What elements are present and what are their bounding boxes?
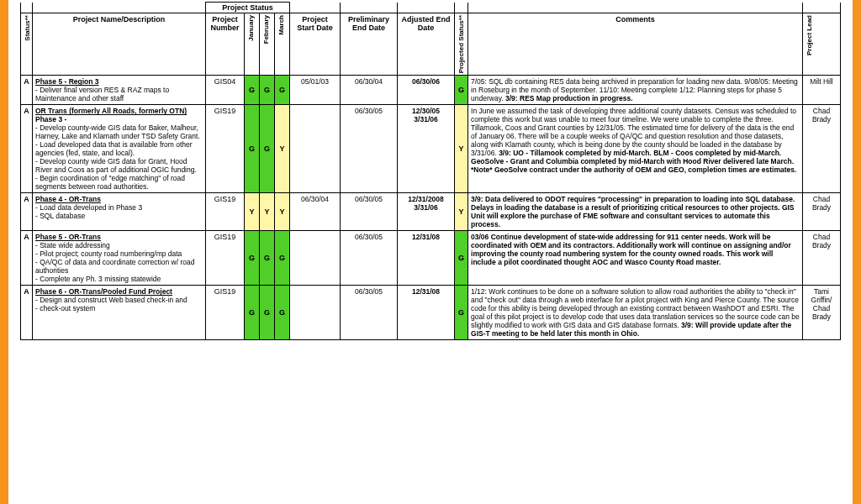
row-number: GIS04 — [206, 76, 245, 105]
month-status: G — [260, 286, 275, 340]
row-prelim: 06/30/05 — [341, 105, 398, 193]
row-status: A — [21, 231, 33, 286]
row-projected-status: G — [455, 76, 468, 105]
month-status: G — [275, 76, 290, 105]
row-projected-status: Y — [455, 105, 468, 193]
month-status: G — [245, 231, 260, 286]
row-status: A — [21, 286, 33, 340]
row-comments: In June we assumed the task of developin… — [468, 105, 803, 193]
month-status: G — [260, 231, 275, 286]
hdr-lead: Project Lead — [803, 13, 841, 76]
row-description: Phase 4 - OR-Trans - Load data developed… — [33, 193, 206, 231]
banner-row: Project Status — [21, 3, 841, 13]
month-status: Y — [275, 105, 290, 193]
hdr-number: Project Number — [206, 13, 245, 76]
hdr-mar: March — [275, 13, 290, 76]
row-start: 05/01/03 — [290, 76, 341, 105]
banner-cell: Project Status — [206, 3, 290, 13]
project-status-table: Project Status Status** Project Name/Des… — [20, 2, 841, 340]
row-lead: Chad Brady — [803, 231, 841, 286]
hdr-pstat: Projected Status** — [455, 13, 468, 76]
month-status: G — [275, 231, 290, 286]
hdr-jan: January — [245, 13, 260, 76]
row-comments: 7/05: SQL db containing RES data being a… — [468, 76, 803, 105]
row-prelim: 06/30/05 — [341, 193, 398, 231]
row-start — [290, 105, 341, 193]
month-status: G — [260, 76, 275, 105]
row-number: GIS19 — [206, 193, 245, 231]
row-lead: Chad Brady — [803, 193, 841, 231]
row-adj: 12/31/08 — [398, 231, 455, 286]
hdr-prelim: Preliminary End Date — [341, 13, 398, 76]
table-row: APhase 5 - Region 3 - Deliver final vers… — [21, 76, 841, 105]
hdr-adj: Adjusted End Date — [398, 13, 455, 76]
month-status: G — [260, 105, 275, 193]
row-lead: Chad Brady — [803, 105, 841, 193]
table-row: AOR Trans (formerly All Roads, formerly … — [21, 105, 841, 193]
month-status: G — [245, 286, 260, 340]
row-projected-status: G — [455, 286, 468, 340]
row-lead: Tami Griffin/ Chad Brady — [803, 286, 841, 340]
month-status: G — [245, 105, 260, 193]
row-number: GIS19 — [206, 105, 245, 193]
row-adj: 06/30/06 — [398, 76, 455, 105]
row-prelim: 06/30/05 — [341, 231, 398, 286]
row-adj: 12/31/08 — [398, 286, 455, 340]
row-status: A — [21, 105, 33, 193]
month-status: Y — [275, 193, 290, 231]
row-adj: 12/30/053/31/06 — [398, 105, 455, 193]
row-projected-status: Y — [455, 193, 468, 231]
hdr-feb: February — [260, 13, 275, 76]
row-prelim: 06/30/05 — [341, 286, 398, 340]
row-description: Phase 5 - OR-Trans - State wide addressi… — [33, 231, 206, 286]
table-row: APhase 5 - OR-Trans - State wide address… — [21, 231, 841, 286]
month-status: Y — [260, 193, 275, 231]
row-description: OR Trans (formerly All Roads, formerly O… — [33, 105, 206, 193]
row-adj: 12/31/20083/31/06 — [398, 193, 455, 231]
table-row: APhase 6 - OR-Trans/Pooled Fund Project … — [21, 286, 841, 340]
hdr-comments: Comments — [468, 13, 803, 76]
row-start — [290, 286, 341, 340]
row-number: GIS19 — [206, 286, 245, 340]
month-status: G — [275, 286, 290, 340]
hdr-status: Status** — [21, 13, 33, 76]
header-row: Status** Project Name/Description Projec… — [21, 13, 841, 76]
row-start: 06/30/04 — [290, 193, 341, 231]
row-description: Phase 5 - Region 3 - Deliver final versi… — [33, 76, 206, 105]
row-start — [290, 231, 341, 286]
row-lead: Milt Hill — [803, 76, 841, 105]
month-status: Y — [245, 193, 260, 231]
row-projected-status: G — [455, 231, 468, 286]
row-status: A — [21, 193, 33, 231]
month-status: G — [245, 76, 260, 105]
row-status: A — [21, 76, 33, 105]
row-comments: 03/06 Continue development of state-wide… — [468, 231, 803, 286]
row-number: GIS19 — [206, 231, 245, 286]
hdr-start: Project Start Date — [290, 13, 341, 76]
table-row: APhase 4 - OR-Trans - Load data develope… — [21, 193, 841, 231]
row-comments: 3/9: Data delivered to ODOT requires "pr… — [468, 193, 803, 231]
row-comments: 1/12: Work continues to be done on a sof… — [468, 286, 803, 340]
row-prelim: 06/30/04 — [341, 76, 398, 105]
hdr-desc: Project Name/Description — [33, 13, 206, 76]
row-description: Phase 6 - OR-Trans/Pooled Fund Project -… — [33, 286, 206, 340]
